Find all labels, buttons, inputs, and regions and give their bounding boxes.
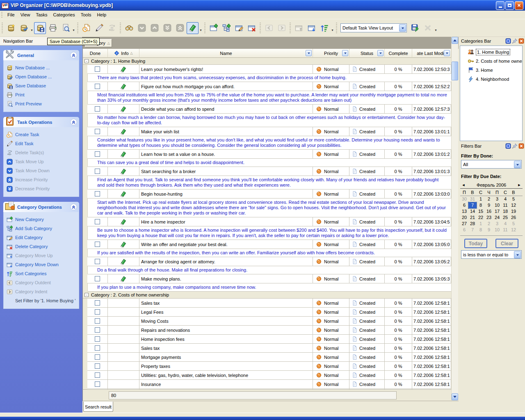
print-preview-button[interactable] [59,22,71,34]
category-group-row[interactable]: -Category : 1. Home Buying [83,58,451,65]
nav-item-category-move-down[interactable]: Category Move Down [7,260,77,269]
close-button[interactable]: ✕ [515,1,523,10]
task-row[interactable]: Moving CostsNormalCreated0 %7.02.2006 12… [87,317,451,326]
calendar-day[interactable]: 7 [468,202,477,208]
calendar-day[interactable]: 8 [477,227,485,233]
category-move-down-button[interactable] [306,22,317,34]
category-item-4-neighborhood[interactable]: 4. Neighborhood [463,75,522,84]
category-group-row[interactable]: -Category : 2. Costs of home ownership [83,292,451,299]
save-layout-button[interactable] [409,22,421,34]
calendar-day[interactable]: 7 [468,227,477,233]
calendar-day[interactable]: 16 [485,208,493,215]
task-row[interactable]: Sales taxNormalCreated0 %7.02.2006 12:58… [87,299,451,308]
clear-button[interactable]: Clear [495,239,518,248]
nav-item-new-category[interactable]: New Category [7,215,77,224]
close-panel-icon[interactable] [518,143,524,149]
nav-item-edit-category[interactable]: Edit Category [7,233,77,242]
task-row[interactable]: Start searching for a brokerNormalCreate… [87,167,451,176]
open-database-dropdown[interactable]: ▾ [30,28,34,32]
calendar-day[interactable]: 1 [477,221,485,227]
done-checkbox[interactable] [95,345,100,351]
calendar-day[interactable]: 10 [493,227,501,233]
add-sub-category-button[interactable] [220,22,232,34]
calendar-day[interactable]: 5 [509,221,518,227]
calendar-day[interactable]: 9 [485,202,493,208]
calendar-day[interactable]: 26 [509,215,518,221]
combo-arrow-icon[interactable] [399,24,406,32]
column-header-modified[interactable]: ate Last Modifi [412,49,451,58]
calendar-day[interactable]: 20 [460,215,468,221]
done-checkbox[interactable] [95,336,100,342]
search-result-tab[interactable]: Search result [83,402,113,412]
calendar-day[interactable]: 3 [493,196,501,202]
nav-item-set-filter-by-1-home-buying[interactable]: Set Filter by '1. Home Buying ' [7,296,77,305]
calendar-day[interactable]: 11 [501,202,509,208]
menu-help[interactable]: Help [94,11,109,18]
calendar-day[interactable]: 17 [493,208,501,215]
task-row[interactable]: Utilities: gas, hydro, water, cable tele… [87,371,451,380]
column-header-status[interactable]: Status [349,49,385,58]
collapse-chevron-icon[interactable] [70,119,77,126]
find-button[interactable] [123,22,135,34]
new-database-button[interactable] [5,22,17,34]
calendar-day[interactable]: 21 [468,215,477,221]
task-row[interactable]: Repairs and renovationsNormalCreated0 %7… [87,326,451,335]
done-checkbox[interactable] [95,372,100,378]
done-checkbox[interactable] [95,327,100,333]
edit-task-button[interactable] [93,22,105,34]
done-checkbox[interactable] [95,219,100,224]
nav-section-header[interactable]: Category Operations [3,202,79,212]
nav-item-print[interactable]: Print [7,90,77,99]
collapse-box[interactable]: - [84,293,89,297]
task-row[interactable]: Legal FeesNormalCreated0 %7.02.2006 12:5… [87,308,451,317]
nav-item-print-preview[interactable]: Print Preview [7,99,77,108]
vertical-scrollbar[interactable] [451,37,458,401]
calendar-day[interactable]: 6 [460,202,468,208]
create-task-button[interactable] [80,22,92,34]
nav-item-sort-categories[interactable]: Sort Categories [7,269,77,278]
column-header-name[interactable]: Name [139,49,313,58]
done-checkbox[interactable] [95,129,100,134]
done-checkbox[interactable] [95,276,100,281]
menu-view[interactable]: View [18,11,33,18]
done-checkbox[interactable] [95,318,100,324]
minimize-button[interactable] [496,1,504,10]
layout-combo[interactable]: Default Task View Layout [340,23,407,32]
nav-section-header[interactable]: Task Operations [3,117,79,127]
calendar-day[interactable]: 28 [468,221,477,227]
task-row[interactable]: Arrange for closing agent or attorney.No… [87,257,451,266]
task-row[interactable]: Property taxesNormalCreated0 %7.02.2006 … [87,362,451,371]
done-checkbox[interactable] [95,84,100,89]
priority-filter-icon[interactable] [342,50,348,56]
name-filter-icon[interactable] [306,50,312,56]
calendar-day[interactable]: 22 [477,215,485,221]
combo-arrow-icon[interactable] [514,161,521,168]
pin-panel-icon[interactable] [512,38,518,44]
task-row[interactable]: Sales taxNormalCreated0 %7.02.2006 12:58… [87,344,451,353]
done-checkbox[interactable] [95,309,100,315]
task-row[interactable]: Hire a home inspectorNormalCreated0 %7.0… [87,217,451,226]
sort-categories-dropdown[interactable]: ▾ [331,28,334,32]
nav-item-open-database[interactable]: Open Database ... [7,72,77,81]
calendar-day[interactable]: 24 [493,215,501,221]
task-row[interactable]: Figure out how much mortgage you can aff… [87,82,451,91]
show-notes-dropdown[interactable]: ▾ [199,28,203,32]
done-checkbox[interactable] [95,300,100,306]
column-header-complete[interactable]: Complete [385,49,412,58]
done-checkbox[interactable] [95,363,100,369]
open-database-button[interactable] [18,22,30,34]
today-button[interactable]: Today [464,239,487,248]
task-row[interactable]: Mortgage paymentsNormalCreated0 %7.02.20… [87,353,451,362]
task-row[interactable]: Write an offer and negotiate your best d… [87,240,451,249]
calendar-day[interactable]: 12 [509,227,518,233]
calendar-day[interactable]: 6 [460,227,468,233]
calendar-day[interactable]: 1 [477,196,485,202]
calendar-day[interactable]: 12 [509,202,518,208]
layout-dropdown[interactable]: ▾ [434,28,438,32]
save-database-button[interactable] [34,22,46,34]
sort-categories-button[interactable] [318,22,330,34]
collapse-chevron-icon[interactable] [70,203,77,210]
calendar-day[interactable]: 4 [501,196,509,202]
calendar-day[interactable]: 15 [477,208,485,215]
nav-item-new-database[interactable]: New Database ... [7,63,77,72]
